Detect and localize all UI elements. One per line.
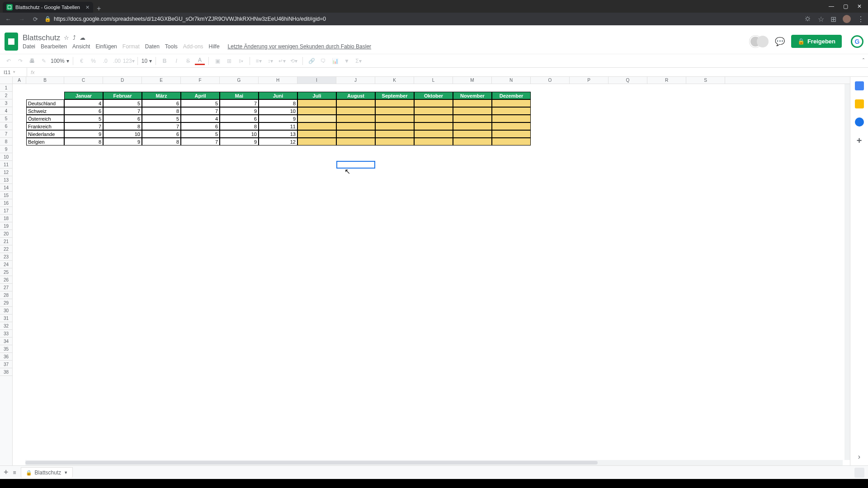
cell[interactable] [181,230,220,238]
cell[interactable] [297,169,336,176]
cell[interactable] [414,314,453,322]
cell[interactable] [647,107,686,115]
cell[interactable] [686,307,725,314]
row-header[interactable]: 2 [0,92,12,99]
cell[interactable] [181,153,220,161]
cell[interactable] [375,207,414,215]
cell[interactable] [103,338,142,345]
cell[interactable] [13,176,26,184]
cell[interactable] [453,353,492,361]
cell[interactable] [26,322,64,330]
cell[interactable] [570,261,609,268]
cell[interactable] [142,314,181,322]
cell[interactable] [181,253,220,261]
cell[interactable] [259,345,297,353]
collapse-toolbar-icon[interactable]: ˆ [863,58,864,64]
profile-avatar[interactable] [843,15,851,23]
row-header[interactable]: 10 [0,153,12,161]
cell[interactable] [336,253,375,261]
cell[interactable] [453,230,492,238]
cell[interactable] [375,253,414,261]
cell[interactable] [142,338,181,345]
cell[interactable] [453,345,492,353]
cell[interactable] [686,238,725,245]
cell[interactable] [336,230,375,238]
cell[interactable] [103,345,142,353]
cell[interactable] [570,161,609,169]
cell[interactable] [570,361,609,368]
cell[interactable] [686,345,725,353]
cell[interactable] [297,268,336,276]
cell[interactable]: 8 [103,122,142,130]
cell[interactable] [336,222,375,230]
cell[interactable] [259,291,297,299]
cell[interactable] [686,322,725,330]
cell[interactable] [686,122,725,130]
cell[interactable] [414,322,453,330]
cell[interactable] [26,145,64,153]
cell[interactable] [531,253,570,261]
cell[interactable] [492,299,531,307]
last-edit-link[interactable]: Letzte Änderung vor wenigen Sekunden dur… [228,43,372,50]
cell[interactable] [64,261,103,268]
cell[interactable]: Februar [103,92,142,99]
cell[interactable] [297,276,336,284]
cell[interactable] [13,276,26,284]
cell[interactable] [336,245,375,253]
cell[interactable] [297,222,336,230]
cell[interactable] [375,299,414,307]
cell[interactable] [375,184,414,192]
row-header[interactable]: 14 [0,184,12,192]
cell[interactable] [103,284,142,291]
cell[interactable] [375,84,414,92]
cell[interactable] [103,245,142,253]
cell[interactable] [64,314,103,322]
maximize-icon[interactable]: ▢ [843,3,848,9]
cell[interactable] [297,368,336,376]
row-header[interactable]: 3 [0,99,12,107]
cell[interactable] [453,222,492,230]
cell[interactable] [336,115,375,122]
decrease-decimal-icon[interactable]: .0 [100,56,110,66]
sheet-tab[interactable]: 🔒 Blattschutz ▼ [21,467,73,478]
currency-icon[interactable]: € [77,56,87,66]
cell[interactable] [686,245,725,253]
cell[interactable] [375,115,414,122]
cell[interactable] [297,345,336,353]
cell[interactable] [64,184,103,192]
cell[interactable] [492,222,531,230]
cell[interactable] [259,353,297,361]
cell[interactable] [609,107,647,115]
cell[interactable] [220,176,259,184]
cell[interactable] [453,138,492,145]
cell[interactable] [531,92,570,99]
cell[interactable] [492,130,531,138]
strike-icon[interactable]: S [183,56,193,66]
add-addon-icon[interactable]: + [857,136,862,146]
cell[interactable] [64,322,103,330]
cell[interactable] [492,230,531,238]
cell[interactable] [336,169,375,176]
cell[interactable] [13,222,26,230]
cell[interactable] [297,338,336,345]
cell[interactable] [103,184,142,192]
cell[interactable] [492,368,531,376]
cell[interactable] [26,161,64,169]
cell[interactable] [336,307,375,314]
row-header[interactable]: 15 [0,192,12,199]
cell[interactable] [375,222,414,230]
cell[interactable] [414,153,453,161]
cell[interactable] [609,84,647,92]
cell[interactable] [13,338,26,345]
cell[interactable] [570,115,609,122]
bold-icon[interactable]: B [160,56,170,66]
cell[interactable] [13,322,26,330]
cell[interactable] [686,184,725,192]
cell[interactable] [492,176,531,184]
cell[interactable] [13,261,26,268]
halign-icon[interactable]: ≡▾ [254,56,264,66]
cell[interactable] [414,115,453,122]
cell[interactable] [220,338,259,345]
row-header[interactable]: 33 [0,330,12,338]
cell[interactable] [570,138,609,145]
